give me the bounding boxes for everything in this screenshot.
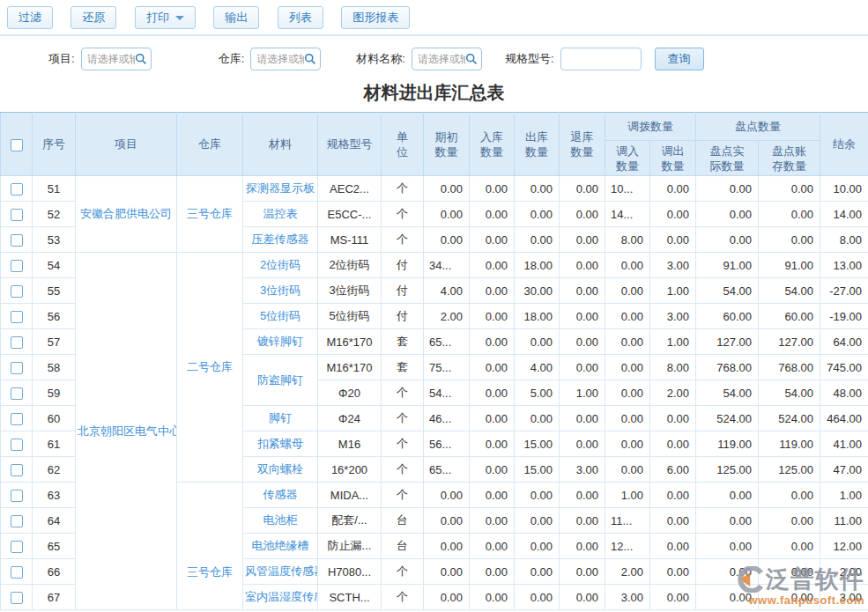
- row-checkbox[interactable]: [11, 260, 23, 272]
- spec-filter-input[interactable]: [560, 48, 642, 70]
- project-filter-input[interactable]: [82, 50, 135, 68]
- warehouse-link[interactable]: 三号仓库: [177, 176, 243, 253]
- transfer-out-cell: 0.00: [650, 534, 696, 559]
- balance-cell: 13.00: [820, 253, 868, 278]
- print-button[interactable]: 打印: [135, 6, 196, 29]
- seq-cell: 62: [33, 457, 76, 483]
- material-link[interactable]: 3位街码: [243, 278, 318, 304]
- col-unit: 单位: [382, 113, 424, 176]
- material-link[interactable]: 2位街码: [243, 253, 318, 278]
- material-filter-box: [412, 48, 482, 70]
- opening-cell: 65...: [424, 329, 470, 355]
- material-link[interactable]: 扣紧螺母: [243, 431, 318, 457]
- restore-button[interactable]: 还原: [70, 6, 116, 29]
- col-returned: 退库数量: [560, 113, 605, 176]
- seq-cell: 65: [33, 534, 76, 559]
- row-checkbox[interactable]: [11, 592, 23, 604]
- opening-cell: 0.00: [424, 227, 470, 253]
- outbound-cell: 15.00: [515, 431, 560, 457]
- opening-cell: 0.00: [424, 483, 470, 508]
- query-button[interactable]: 查询: [655, 48, 704, 70]
- transfer-out-cell: 3.00: [650, 304, 696, 329]
- row-select-cell: [1, 227, 33, 253]
- row-checkbox[interactable]: [11, 464, 23, 476]
- project-filter-box: [81, 48, 152, 70]
- col-balance: 结余: [820, 113, 868, 176]
- material-link[interactable]: 5位街码: [243, 304, 318, 329]
- row-checkbox[interactable]: [11, 336, 23, 349]
- warehouse-filter-input[interactable]: [251, 50, 304, 68]
- search-icon[interactable]: [465, 53, 478, 65]
- material-link[interactable]: 镀锌脚钉: [243, 329, 318, 355]
- row-checkbox[interactable]: [11, 413, 23, 425]
- stocktake-book-cell: 0.00: [759, 227, 820, 253]
- unit-cell: 付: [382, 304, 424, 329]
- select-all-checkbox[interactable]: [11, 139, 23, 151]
- col-inbound: 入库数量: [470, 113, 515, 176]
- row-checkbox[interactable]: [11, 439, 23, 451]
- material-link[interactable]: 温控表: [243, 202, 318, 227]
- inbound-cell: 0.00: [470, 227, 515, 253]
- row-checkbox[interactable]: [11, 362, 23, 374]
- material-link[interactable]: 防盗脚钉: [243, 355, 318, 406]
- stocktake-actual-cell: 127.00: [696, 329, 759, 355]
- spec-filter-label: 规格型号:: [505, 51, 554, 67]
- transfer-out-cell: 0.00: [650, 227, 696, 253]
- graph-report-button[interactable]: 图形报表: [341, 6, 410, 29]
- material-link[interactable]: 压差传感器: [243, 227, 318, 253]
- material-filter-input[interactable]: [412, 50, 465, 68]
- spec-cell: 2位街码: [318, 253, 382, 278]
- row-checkbox[interactable]: [11, 387, 23, 400]
- spec-cell: MIDA...: [318, 483, 382, 508]
- returned-cell: 0.00: [560, 406, 605, 431]
- project-link[interactable]: 北京朝阳区电气中心: [76, 253, 177, 610]
- transfer-in-cell: 8.00: [605, 227, 650, 253]
- row-checkbox[interactable]: [11, 285, 23, 298]
- row-checkbox[interactable]: [11, 566, 23, 579]
- row-checkbox[interactable]: [11, 490, 23, 502]
- row-checkbox[interactable]: [11, 515, 23, 527]
- project-filter-label: 项目:: [48, 51, 75, 67]
- search-icon[interactable]: [135, 53, 147, 65]
- export-button[interactable]: 输出: [213, 6, 259, 29]
- warehouse-link[interactable]: 二号仓库: [177, 253, 243, 483]
- warehouse-link[interactable]: 三号仓库: [177, 483, 243, 610]
- stocktake-book-cell: 0.00: [759, 176, 820, 202]
- outbound-cell: 0.00: [515, 483, 560, 508]
- inbound-cell: 0.00: [470, 559, 515, 585]
- material-link[interactable]: 探测器显示板: [243, 176, 318, 202]
- spec-cell: SCTH...: [318, 585, 382, 610]
- table-header: 序号 项目 仓库 材料 规格型号 单位 期初数量 入库数量 出库数量 退库数量 …: [1, 113, 868, 176]
- row-checkbox[interactable]: [11, 183, 23, 195]
- row-checkbox[interactable]: [11, 541, 23, 553]
- unit-cell: 个: [382, 431, 424, 457]
- balance-cell: 64.00: [820, 329, 868, 355]
- stocktake-actual-cell: 0.00: [696, 559, 759, 585]
- material-link[interactable]: 双向螺栓: [243, 457, 318, 483]
- material-link[interactable]: 电池柜: [243, 508, 318, 534]
- row-checkbox[interactable]: [11, 209, 23, 221]
- material-link[interactable]: 电池绝缘槽: [243, 534, 318, 559]
- unit-cell: 个: [382, 585, 424, 610]
- table-row: 51安徽合肥供电公司三号仓库探测器显示板AEC2...个0.000.000.00…: [1, 176, 868, 202]
- seq-cell: 57: [33, 329, 76, 355]
- material-link[interactable]: 脚钉: [243, 406, 318, 431]
- filter-button[interactable]: 过滤: [7, 6, 53, 29]
- search-icon[interactable]: [304, 53, 316, 65]
- material-link[interactable]: 室内温湿度传感器: [243, 585, 318, 610]
- material-link[interactable]: 风管温度传感器: [243, 559, 318, 585]
- transfer-out-cell: 3.00: [650, 253, 696, 278]
- project-link[interactable]: 安徽合肥供电公司: [76, 176, 177, 253]
- seq-cell: 53: [33, 227, 76, 253]
- unit-cell: 台: [382, 534, 424, 559]
- opening-cell: 4.00: [424, 278, 470, 304]
- balance-cell: 8.00: [820, 227, 868, 253]
- row-checkbox[interactable]: [11, 234, 23, 247]
- spec-cell: Φ24: [318, 406, 382, 431]
- material-link[interactable]: 传感器: [243, 483, 318, 508]
- row-checkbox[interactable]: [11, 311, 23, 323]
- inbound-cell: 0.00: [470, 329, 515, 355]
- transfer-out-cell: 0.00: [650, 559, 696, 585]
- list-button[interactable]: 列表: [278, 6, 323, 29]
- spec-cell: MS-111: [318, 227, 382, 253]
